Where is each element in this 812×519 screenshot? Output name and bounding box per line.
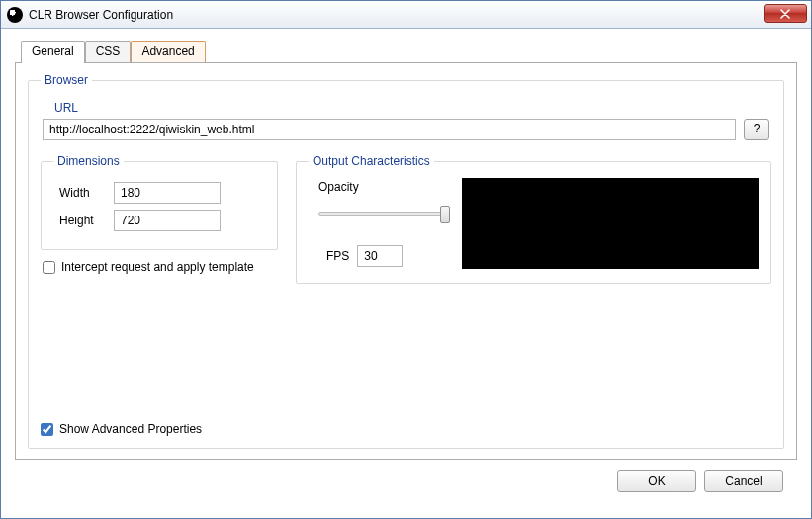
- fps-input[interactable]: [357, 245, 403, 267]
- preview-area: [462, 178, 759, 269]
- output-controls: Opacity FPS: [309, 176, 450, 271]
- dialog-footer: OK Cancel: [15, 460, 797, 504]
- output-body: Opacity FPS: [309, 176, 759, 271]
- height-label: Height: [59, 214, 114, 227]
- fieldset-browser-legend: Browser: [41, 73, 92, 87]
- show-advanced-checkbox[interactable]: [41, 423, 53, 436]
- intercept-row: Intercept request and apply template: [43, 260, 278, 274]
- tab-css[interactable]: CSS: [85, 41, 132, 62]
- width-label: Width: [59, 186, 114, 200]
- fps-label: FPS: [326, 249, 349, 263]
- opacity-slider[interactable]: [316, 204, 450, 227]
- slider-track: [318, 212, 448, 216]
- width-row: Width: [53, 182, 265, 204]
- window-title: CLR Browser Configuration: [29, 8, 173, 22]
- tab-pane-general: Browser URL ? Dimensions Width: [15, 62, 797, 460]
- dialog-window: CLR Browser Configuration General CSS Ad…: [0, 0, 812, 519]
- tab-strip: General CSS Advanced: [21, 41, 797, 62]
- close-icon: [779, 9, 791, 19]
- mid-row: Dimensions Width Height: [41, 154, 771, 284]
- tab-advanced[interactable]: Advanced: [131, 41, 205, 62]
- dimensions-column: Dimensions Width Height: [41, 154, 278, 274]
- height-input[interactable]: [114, 210, 221, 231]
- slider-thumb[interactable]: [440, 206, 450, 223]
- url-input[interactable]: [43, 119, 736, 140]
- dialog-body: General CSS Advanced Browser URL ? Dimen…: [1, 29, 811, 518]
- close-button[interactable]: [764, 4, 807, 23]
- height-row: Height: [53, 210, 265, 231]
- show-advanced-label: Show Advanced Properties: [59, 422, 202, 436]
- app-icon: [7, 7, 23, 23]
- show-advanced-row: Show Advanced Properties: [41, 422, 771, 436]
- cancel-button[interactable]: Cancel: [704, 470, 783, 492]
- spacer: [41, 284, 771, 412]
- width-input[interactable]: [114, 182, 221, 204]
- intercept-label: Intercept request and apply template: [61, 260, 254, 274]
- fps-row: FPS: [326, 245, 450, 267]
- titlebar: CLR Browser Configuration: [1, 1, 811, 29]
- fieldset-output-legend: Output Characteristics: [309, 154, 434, 168]
- intercept-checkbox[interactable]: [43, 261, 55, 274]
- ok-button[interactable]: OK: [617, 470, 696, 492]
- url-label: URL: [54, 101, 771, 115]
- url-row: ?: [43, 119, 769, 140]
- fieldset-dimensions-legend: Dimensions: [53, 154, 124, 168]
- tab-general[interactable]: General: [21, 41, 85, 63]
- opacity-label: Opacity: [318, 180, 450, 194]
- fieldset-output: Output Characteristics Opacity FPS: [296, 154, 771, 284]
- fieldset-dimensions: Dimensions Width Height: [41, 154, 278, 250]
- fieldset-browser: Browser URL ? Dimensions Width: [28, 73, 784, 449]
- url-help-button[interactable]: ?: [744, 119, 769, 140]
